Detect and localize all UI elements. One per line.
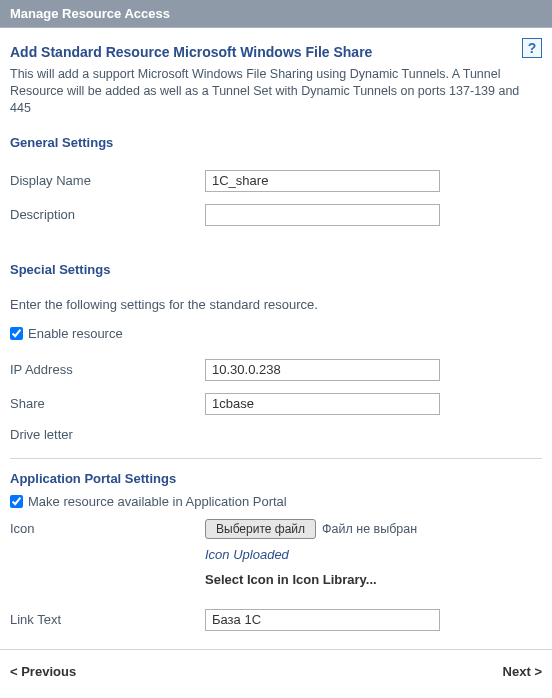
- next-button[interactable]: Next >: [503, 664, 542, 679]
- previous-button[interactable]: < Previous: [10, 664, 76, 679]
- link-text-input[interactable]: [205, 609, 440, 631]
- ip-address-label: IP Address: [10, 362, 205, 377]
- description-label: Description: [10, 207, 205, 222]
- choose-file-button[interactable]: Выберите файл: [205, 519, 316, 539]
- divider: [10, 458, 542, 459]
- special-subtext: Enter the following settings for the sta…: [10, 297, 542, 312]
- help-icon[interactable]: ?: [522, 38, 542, 58]
- portal-available-checkbox[interactable]: [10, 495, 23, 508]
- file-status-text: Файл не выбран: [322, 522, 417, 536]
- enable-resource-checkbox[interactable]: [10, 327, 23, 340]
- section-portal-heading: Application Portal Settings: [10, 471, 542, 486]
- share-input[interactable]: [205, 393, 440, 415]
- enable-resource-label: Enable resource: [28, 326, 123, 341]
- section-general-heading: General Settings: [10, 135, 542, 150]
- select-icon-library-link[interactable]: Select Icon in Icon Library...: [205, 572, 542, 587]
- share-label: Share: [10, 396, 205, 411]
- description-input[interactable]: [205, 204, 440, 226]
- portal-available-label: Make resource available in Application P…: [28, 494, 287, 509]
- drive-letter-label: Drive letter: [10, 427, 205, 442]
- ip-address-input[interactable]: [205, 359, 440, 381]
- display-name-label: Display Name: [10, 173, 205, 188]
- page-heading: Add Standard Resource Microsoft Windows …: [10, 44, 372, 60]
- icon-uploaded-link[interactable]: Icon Uploaded: [205, 547, 542, 562]
- section-special-heading: Special Settings: [10, 262, 542, 277]
- window-title: Manage Resource Access: [0, 0, 552, 28]
- link-text-label: Link Text: [10, 612, 205, 627]
- display-name-input[interactable]: [205, 170, 440, 192]
- intro-text: This will add a support Microsoft Window…: [10, 66, 542, 117]
- icon-label: Icon: [10, 521, 205, 536]
